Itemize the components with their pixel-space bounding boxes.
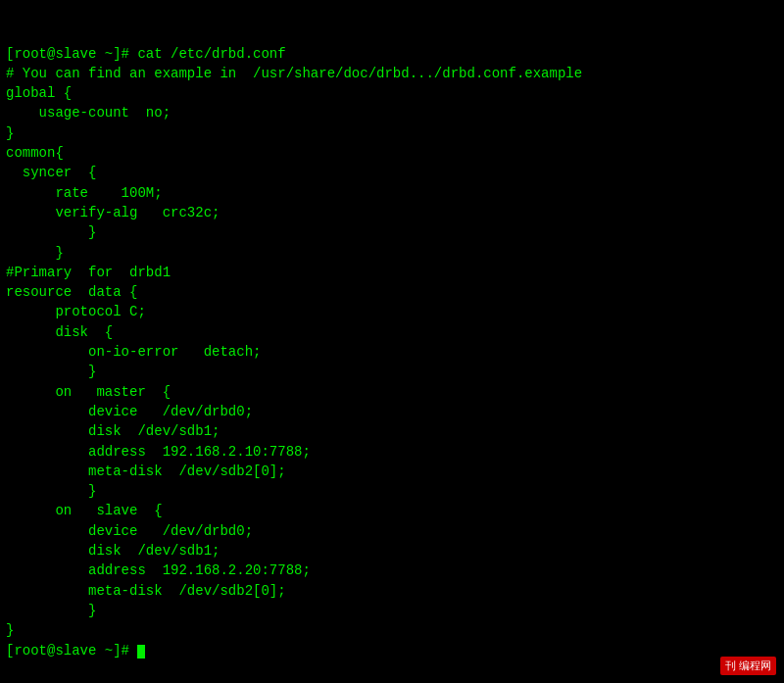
terminal-line: global { [6,83,778,103]
terminal-line: syncer { [6,163,778,182]
terminal-line: device /dev/drbd0; [6,402,778,421]
terminal-line: } [6,362,778,381]
terminal-line: } [6,620,778,640]
terminal-line: } [6,601,778,620]
terminal-line: } [6,222,778,242]
terminal-line: address 192.168.2.20:7788; [6,561,778,580]
terminal-line: verify-alg crc32c; [6,203,778,222]
terminal-line: #Primary for drbd1 [6,263,778,282]
terminal-line: disk { [6,322,778,342]
watermark-icon: 刊 [725,659,736,671]
terminal-line: resource data { [6,282,778,302]
terminal-line: # You can find an example in /usr/share/… [6,64,778,83]
terminal-cursor [137,645,145,659]
terminal-line: on master { [6,382,778,402]
terminal-line: } [6,123,778,143]
terminal-line: usage-count no; [6,103,778,122]
watermark-badge: 刊 编程网 [720,657,776,675]
watermark-text: 编程网 [739,659,771,671]
terminal-line: } [6,481,778,501]
terminal-line: meta-disk /dev/sdb2[0]; [6,462,778,481]
terminal-line: rate 100M; [6,183,778,203]
terminal-line: on-io-error detach; [6,342,778,362]
terminal-window: [root@slave ~]# cat /etc/drbd.conf# You … [0,0,784,683]
terminal-line: disk /dev/sdb1; [6,541,778,561]
terminal-line: meta-disk /dev/sdb2[0]; [6,581,778,601]
terminal-line: } [6,243,778,263]
terminal-line: disk /dev/sdb1; [6,421,778,441]
terminal-line: [root@slave ~]# cat /etc/drbd.conf [6,44,778,64]
terminal-line: on slave { [6,501,778,520]
terminal-line: common{ [6,143,778,163]
terminal-line: [root@slave ~]# [6,641,778,660]
terminal-line: protocol C; [6,302,778,321]
terminal-line: address 192.168.2.10:7788; [6,442,778,462]
terminal-output: [root@slave ~]# cat /etc/drbd.conf# You … [6,4,778,660]
terminal-line: device /dev/drbd0; [6,521,778,541]
